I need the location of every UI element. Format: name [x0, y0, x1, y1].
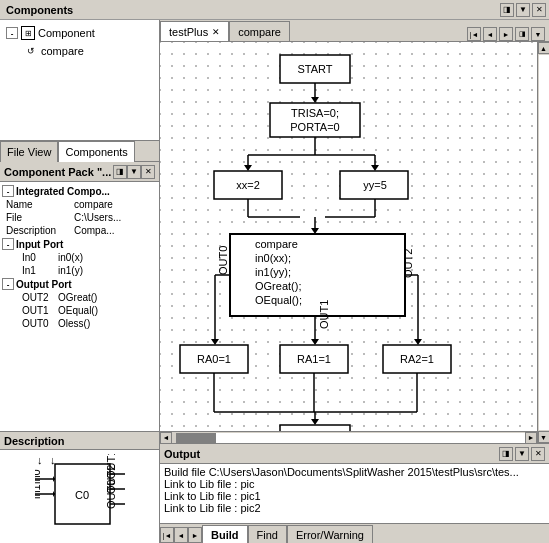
- svg-text:RA2=1: RA2=1: [400, 353, 434, 365]
- scroll-thumb-h[interactable]: [176, 433, 216, 443]
- svg-marker-19: [311, 97, 319, 103]
- description-header: Description: [0, 432, 159, 450]
- compare-icon: ↺: [24, 44, 38, 58]
- output-header: Output ◨ ▼ ✕: [160, 444, 549, 464]
- output-header-controls: ◨ ▼ ✕: [499, 447, 545, 461]
- tab-nav-next[interactable]: ►: [499, 27, 513, 41]
- tree-item-component[interactable]: - ⊞ Component: [4, 24, 155, 42]
- tab-nav-pin[interactable]: ◨: [515, 27, 529, 41]
- svg-text:compare: compare: [255, 238, 298, 250]
- comp-pack-title: Component Pack "...: [4, 166, 113, 178]
- tree-content: - ⊞ Component ↺ compare: [0, 20, 159, 64]
- integrated-label: Integrated Compo...: [16, 186, 110, 197]
- output-tab-bar: |◄ ◄ ► Build Find Error/Warning: [160, 523, 549, 543]
- tab-compare[interactable]: compare: [229, 21, 290, 41]
- prop-file-label: File: [6, 212, 74, 223]
- scroll-left-btn[interactable]: ◄: [160, 432, 172, 444]
- auto-hide-button[interactable]: ▼: [516, 3, 530, 17]
- port-in1-type: in1(y): [58, 265, 83, 276]
- scroll-track-h[interactable]: [216, 433, 525, 443]
- prop-desc-label: Description: [6, 225, 74, 236]
- comp-pack-pin[interactable]: ◨: [113, 165, 127, 179]
- expand-output-icon: -: [2, 278, 14, 290]
- components-panel-header: Components ◨ ▼ ✕: [0, 0, 549, 20]
- scroll-down-btn[interactable]: ▼: [538, 431, 550, 443]
- output-tab-find[interactable]: Find: [248, 525, 287, 543]
- port-out0-type: Oless(): [58, 318, 90, 329]
- svg-text:in1: in1: [35, 484, 42, 499]
- port-out0: OUT0 Oless(): [2, 317, 157, 330]
- horizontal-scrollbar[interactable]: ◄ ►: [160, 431, 537, 443]
- prop-file-value: C:\Users...: [74, 212, 121, 223]
- comp-pack-header: Component Pack "... ◨ ▼ ✕: [0, 162, 159, 182]
- components-title: Components: [0, 4, 79, 16]
- comp-pack-hide[interactable]: ▼: [127, 165, 141, 179]
- svg-text:↓: ↓: [37, 454, 43, 466]
- app-window: Components ◨ ▼ ✕ - ⊞ Component: [0, 0, 549, 543]
- prop-desc-value: Compa...: [74, 225, 115, 236]
- tree-item-compare-label: compare: [41, 45, 84, 57]
- main-content: - ⊞ Component ↺ compare File View Compon…: [0, 20, 549, 543]
- scroll-track-v[interactable]: [539, 55, 549, 430]
- svg-marker-29: [371, 165, 379, 171]
- output-panel: Output ◨ ▼ ✕ Build file C:\Users\Jason\D…: [160, 443, 549, 543]
- tab-nav-controls: |◄ ◄ ► ◨ ▼: [467, 27, 549, 41]
- output-tab-build[interactable]: Build: [202, 525, 248, 543]
- close-components-button[interactable]: ✕: [532, 3, 546, 17]
- scroll-up-btn[interactable]: ▲: [538, 42, 550, 54]
- port-out1-name: OUT1: [22, 305, 58, 316]
- svg-marker-53: [311, 339, 319, 345]
- output-tab-nav-prev[interactable]: ◄: [174, 527, 188, 543]
- svg-text:TRISA=0;: TRISA=0;: [291, 107, 339, 119]
- left-panel: - ⊞ Component ↺ compare File View Compon…: [0, 20, 160, 543]
- port-out0-name: OUT0: [22, 318, 58, 329]
- pin-button[interactable]: ◨: [500, 3, 514, 17]
- output-close-btn[interactable]: ✕: [531, 447, 545, 461]
- svg-text:OGreat();: OGreat();: [255, 280, 301, 292]
- tree-item-compare[interactable]: ↺ compare: [4, 42, 155, 60]
- svg-text:↓: ↓: [50, 454, 56, 466]
- output-pin-btn[interactable]: ◨: [499, 447, 513, 461]
- tab-nav-hide[interactable]: ▼: [531, 27, 545, 41]
- tree-item-label: Component: [38, 27, 95, 39]
- component-folder-icon: ⊞: [21, 26, 35, 40]
- output-tab-error-label: Error/Warning: [296, 529, 364, 541]
- svg-text:OUT2: OUT2: [402, 249, 414, 278]
- expand-input-icon: -: [2, 238, 14, 250]
- port-in0-type: in0(x): [58, 252, 83, 263]
- output-line-2: Link to Lib file : pic: [164, 478, 545, 490]
- tab-testplus-label: testPlus: [169, 26, 208, 38]
- tab-components[interactable]: Components: [58, 141, 134, 163]
- comp-pack-panel: Component Pack "... ◨ ▼ ✕ - Integrated C…: [0, 162, 159, 431]
- output-tab-nav-first[interactable]: |◄: [160, 527, 174, 543]
- comp-pack-close[interactable]: ✕: [141, 165, 155, 179]
- output-tab-nav-next[interactable]: ►: [188, 527, 202, 543]
- svg-text:RA0=1: RA0=1: [197, 353, 231, 365]
- canvas-area[interactable]: ▲ ▼ START TRISA=0; PORTA=0: [160, 42, 549, 443]
- scroll-right-btn[interactable]: ►: [525, 432, 537, 444]
- output-line-4: Link to Lib file : pic2: [164, 502, 545, 514]
- component-diagram: in0 in1 OUT1 OUT2 OUT0 C0 ↓: [35, 454, 125, 539]
- svg-text:START: START: [297, 63, 332, 75]
- input-port-section[interactable]: - Input Port: [2, 237, 157, 251]
- tab-nav-first[interactable]: |◄: [467, 27, 481, 41]
- tab-file-view[interactable]: File View: [0, 141, 58, 163]
- output-tab-error[interactable]: Error/Warning: [287, 525, 373, 543]
- output-port-section[interactable]: - Output Port: [2, 277, 157, 291]
- port-out2-type: OGreat(): [58, 292, 97, 303]
- svg-text:in0: in0: [35, 469, 42, 484]
- port-out1: OUT1 OEqual(): [2, 304, 157, 317]
- port-in1-name: In1: [22, 265, 58, 276]
- output-hide-btn[interactable]: ▼: [515, 447, 529, 461]
- tab-testplus-close[interactable]: ✕: [212, 27, 220, 37]
- integrated-section[interactable]: - Integrated Compo...: [2, 184, 157, 198]
- svg-text:RA1=1: RA1=1: [297, 353, 331, 365]
- input-port-label: Input Port: [16, 239, 63, 250]
- tab-testplus[interactable]: testPlus ✕: [160, 21, 229, 41]
- tab-nav-prev[interactable]: ◄: [483, 27, 497, 41]
- svg-text:in0(xx);: in0(xx);: [255, 252, 291, 264]
- tab-compare-label: compare: [238, 26, 281, 38]
- description-panel: Description in0 in1: [0, 431, 159, 543]
- vertical-scrollbar[interactable]: ▲ ▼: [537, 42, 549, 443]
- editor-tab-bar: testPlus ✕ compare |◄ ◄ ► ◨ ▼: [160, 20, 549, 42]
